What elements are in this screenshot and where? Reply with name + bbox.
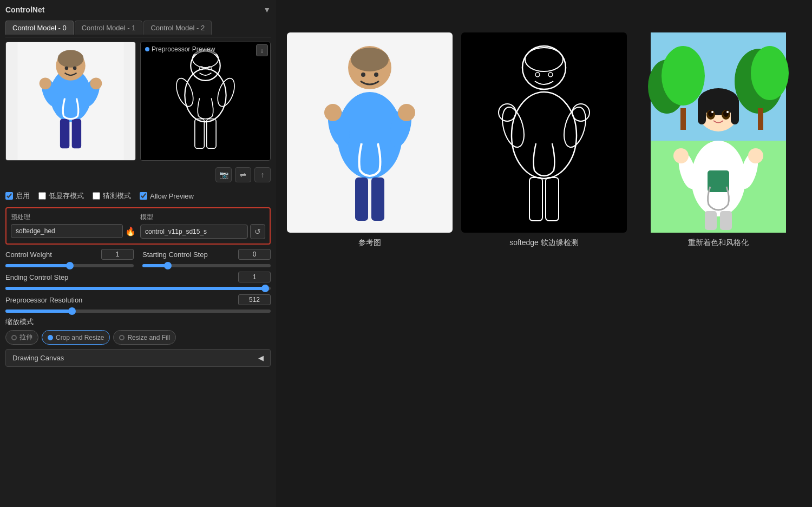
guess-mode-label: 猜测模式: [103, 191, 131, 201]
result-label-2: 重新着色和风格化: [688, 238, 749, 248]
nurse-svg: [6, 42, 135, 160]
allow-preview-checkbox-item[interactable]: Allow Preview: [140, 192, 194, 200]
checkbox-row: 启用 低显存模式 猜测模式 Allow Preview: [5, 189, 271, 203]
preprocessor-label: 预处理: [11, 213, 136, 222]
preprocessor-dropdown[interactable]: softedge_hed: [11, 224, 123, 238]
model-label: 模型: [140, 213, 265, 222]
drawing-canvas-icon: ◀: [258, 354, 264, 362]
model-refresh-button[interactable]: ↺: [250, 224, 265, 239]
enable-checkbox[interactable]: [5, 192, 13, 200]
model-col: 模型 control_v11p_sd15_s ↺: [140, 213, 265, 239]
left-panel: ControlNet ▼ Control Model - 0 Control M…: [0, 0, 276, 507]
control-weight-fill: [5, 264, 70, 267]
resolution-thumb[interactable]: [68, 307, 76, 315]
control-weight-label: Control Weight: [5, 251, 52, 259]
swap-button[interactable]: ⇌: [235, 167, 251, 182]
guess-mode-checkbox[interactable]: [93, 192, 100, 200]
svg-point-7: [90, 77, 102, 89]
allow-preview-checkbox[interactable]: [140, 192, 147, 200]
resolution-value[interactable]: [238, 294, 271, 305]
svg-rect-30: [355, 177, 368, 221]
svg-rect-52: [680, 108, 686, 130]
scale-crop-dot: [48, 335, 53, 340]
ending-step-track: [5, 287, 271, 290]
svg-rect-71: [705, 211, 717, 230]
control-weight-thumb[interactable]: [66, 262, 74, 269]
resolution-fill: [5, 310, 72, 313]
result-image-0: 参考图: [287, 32, 453, 248]
collapse-icon[interactable]: ▼: [263, 5, 271, 14]
result-img-2: [636, 32, 801, 233]
svg-rect-72: [720, 211, 732, 230]
svg-point-10: [65, 67, 69, 70]
tab-control-model-0[interactable]: Control Model - 0: [5, 21, 74, 35]
control-weight-track: [5, 264, 134, 267]
control-weight-value[interactable]: [101, 249, 134, 260]
edge-svg: [141, 42, 270, 160]
result-image-1: softedge 软边缘检测: [461, 32, 627, 248]
camera-button[interactable]: 📷: [215, 167, 232, 182]
slider-section: Control Weight Starting Control Step: [5, 249, 271, 313]
image-row: 🖼 图像 ↺ ✕: [5, 42, 271, 161]
ending-step-value[interactable]: [238, 272, 271, 282]
tab-control-model-2[interactable]: Control Model - 2: [143, 21, 212, 35]
starting-step-track: [142, 264, 271, 267]
preview-dot: [145, 47, 149, 51]
result-svg-2: [636, 32, 801, 233]
preprocessor-dropdown-row: softedge_hed 🔥: [11, 224, 136, 238]
drawing-canvas-label: Drawing Canvas: [12, 354, 64, 362]
control-weight-header: Control Weight: [5, 249, 134, 260]
guess-mode-checkbox-item[interactable]: 猜测模式: [93, 191, 131, 201]
ending-step-thumb[interactable]: [261, 285, 269, 292]
scale-mode-label: 缩放模式: [5, 317, 271, 327]
preview-image-box: Preprocessor Preview ↓: [140, 42, 271, 161]
drawing-canvas-row[interactable]: Drawing Canvas ◀: [5, 349, 271, 367]
scale-resize-fill-button[interactable]: Resize and Fill: [113, 330, 176, 345]
svg-point-24: [351, 48, 389, 71]
preprocessor-col: 预处理 softedge_hed 🔥: [11, 213, 136, 239]
upload-button[interactable]: ↑: [254, 167, 271, 182]
svg-rect-31: [371, 177, 384, 221]
svg-rect-53: [758, 108, 763, 130]
scale-crop-resize-button[interactable]: Crop and Resize: [42, 330, 110, 345]
control-weight-col: Control Weight: [5, 249, 134, 267]
allow-preview-label: Allow Preview: [150, 192, 194, 200]
starting-step-label: Starting Control Step: [142, 251, 208, 259]
svg-point-11: [73, 67, 77, 70]
starting-step-value[interactable]: [238, 249, 271, 260]
result-img-1: [461, 32, 627, 233]
ending-step-row: Ending Control Step: [5, 272, 271, 290]
low-mem-checkbox-item[interactable]: 低显存模式: [38, 191, 84, 201]
input-image-box: 🖼 图像 ↺ ✕: [5, 42, 136, 161]
tab-control-model-1[interactable]: Control Model - 1: [75, 21, 143, 35]
svg-point-32: [361, 73, 365, 77]
download-preview-button[interactable]: ↓: [256, 44, 268, 56]
scale-stretch-button[interactable]: 拉伸: [5, 330, 38, 345]
preview-label: Preprocessor Preview: [143, 44, 217, 54]
resolution-label: Preprocessor Resolution: [5, 296, 82, 304]
result-label-0: 参考图: [358, 238, 381, 248]
starting-step-header: Starting Control Step: [142, 249, 271, 260]
two-col-sliders: Control Weight Starting Control Step: [5, 249, 271, 267]
result-svg-1: [461, 32, 627, 233]
svg-point-66: [726, 111, 729, 113]
svg-point-28: [324, 104, 342, 121]
svg-rect-9: [72, 119, 81, 149]
enable-checkbox-item[interactable]: 启用: [5, 191, 30, 201]
svg-rect-12: [152, 42, 258, 160]
svg-point-33: [374, 73, 378, 77]
svg-rect-8: [60, 119, 69, 149]
ending-step-header: Ending Control Step: [5, 272, 271, 282]
tabs-container: Control Model - 0 Control Model - 1 Cont…: [5, 21, 271, 37]
preproc-model-section: 预处理 softedge_hed 🔥 模型 control_v11p_sd15_…: [5, 207, 271, 245]
ending-step-label: Ending Control Step: [5, 273, 68, 281]
right-panel: 参考图: [276, 0, 812, 507]
model-dropdown[interactable]: control_v11p_sd15_s: [140, 225, 248, 239]
low-mem-checkbox[interactable]: [38, 192, 46, 200]
svg-point-70: [748, 148, 763, 163]
starting-step-thumb[interactable]: [164, 262, 172, 269]
resolution-header: Preprocessor Resolution: [5, 294, 271, 305]
low-mem-label: 低显存模式: [49, 191, 84, 201]
fire-icon: 🔥: [125, 226, 136, 236]
scale-fill-label: Resize and Fill: [127, 334, 170, 341]
